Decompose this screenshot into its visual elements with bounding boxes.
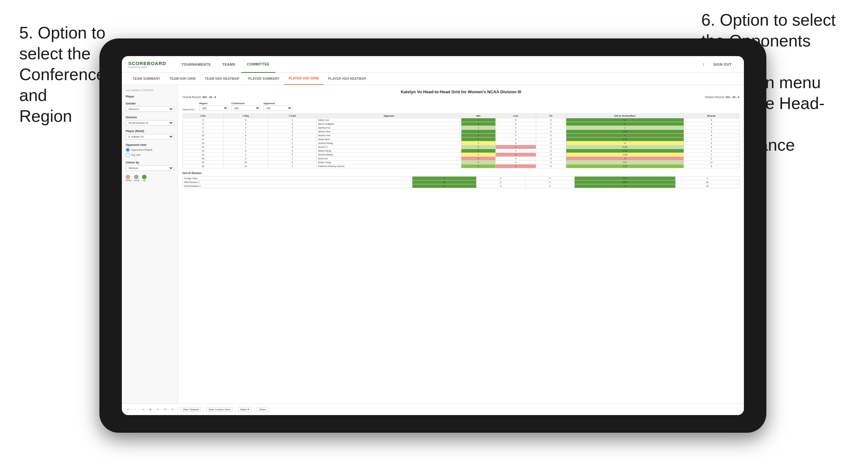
- cell-diff: 0.38: [566, 145, 684, 149]
- cell-win: 2: [461, 164, 496, 168]
- sub-nav-player-summary[interactable]: PLAYER SUMMARY: [244, 73, 284, 85]
- colour-by-select[interactable]: Win/loss: [126, 165, 174, 171]
- sidebar-colour-by-section: Colour by Win/loss: [126, 161, 174, 171]
- toolbar-redo[interactable]: ↪: [141, 407, 146, 411]
- table-row: 9 1 4 Sharon Mun 1 0 0 3.67 3: [183, 130, 739, 134]
- cell-opponent: Eunice Yi: [317, 145, 461, 149]
- sign-out-button[interactable]: Sign out: [708, 56, 738, 73]
- opponent-view-played[interactable]: Opponents Played: [126, 148, 174, 152]
- cell-div: 19: [183, 161, 223, 164]
- toolbar-refresh[interactable]: ⟳: [163, 407, 168, 411]
- toolbar-divider-4: [254, 407, 254, 412]
- sub-nav-player-h2h-heatmap[interactable]: PLAYER H2H HEATMAP: [323, 73, 371, 85]
- cell-opponent: NCAA Division 2: [183, 184, 412, 188]
- table-row: 5 2 2 Alexis Sudjianto 1 0 0 4 3: [183, 122, 739, 126]
- opponent-filter-group: Opponent (All): [264, 102, 292, 111]
- annotation-left-text: 5. Option to: [19, 23, 105, 42]
- cell-tie: 0: [536, 130, 566, 134]
- sub-nav-team-summary[interactable]: TEAM SUMMARY: [128, 73, 165, 85]
- toolbar-undo[interactable]: ↩: [126, 407, 130, 411]
- opponent-view-top100-radio[interactable]: [126, 153, 130, 157]
- cell-win: 1: [461, 137, 496, 142]
- cell-opponent: Emily Chang: [317, 161, 461, 164]
- nav-teams[interactable]: TEAMS: [216, 56, 241, 73]
- view-original-button[interactable]: View: Original: [181, 407, 201, 412]
- save-custom-view-button[interactable]: Save Custom View: [206, 407, 232, 412]
- cell-diff: 9.267: [574, 181, 675, 184]
- cell-diff: 1.33: [566, 164, 684, 168]
- cell-win: 1: [461, 142, 496, 145]
- cell-tie: 0: [536, 118, 566, 122]
- cell-div: 5: [183, 122, 223, 126]
- cell-win: 15: [412, 181, 476, 184]
- cell-rounds: 4: [684, 149, 739, 153]
- division-record: Division Record: 331 - 34 - 6: [705, 95, 739, 99]
- table-row: 11 2 5 Heejo Hyun 1 0 0 3.33 3: [183, 137, 739, 142]
- cell-loss: 2: [496, 145, 536, 149]
- sidebar-gender-label: Gender: [126, 102, 174, 105]
- record-row: Overall Record: 353 - 34 - 6 Division Re…: [182, 95, 739, 99]
- cell-diff: 4.5: [574, 177, 675, 181]
- cell-rounds: 2: [675, 177, 739, 181]
- cell-win: 1: [461, 122, 496, 126]
- bottom-toolbar: ↩ ← ↪ ⊕ ✂ ⟳ ⊙ View: Original Save Custom…: [122, 404, 744, 415]
- table-row: 16 3 5 Jessica Mason 1 2 0 -0.94 7: [183, 153, 739, 157]
- cell-reg: 10: [223, 161, 268, 164]
- cell-win: 1: [412, 177, 476, 181]
- cell-conf: 1: [268, 118, 317, 122]
- conference-filter-select[interactable]: (All): [231, 105, 260, 111]
- col-header-reg: # Reg: [223, 114, 268, 118]
- opponent-view-played-radio[interactable]: [126, 148, 130, 152]
- cell-tie: 0: [536, 164, 566, 168]
- cell-tie: 0: [536, 161, 566, 164]
- table-row: 3 3 1 Esther Lee 1 0 0 1.5 4: [183, 118, 739, 122]
- division-select[interactable]: NCAA Division III: [126, 120, 174, 126]
- overall-record: Overall Record: 353 - 34 - 6: [182, 95, 216, 99]
- cell-loss: 2: [496, 153, 536, 157]
- opponent-view-top100[interactable]: Top 100: [126, 153, 174, 157]
- cell-opponent: Jessica Huang: [317, 142, 461, 145]
- nav-tournaments[interactable]: TOURNAMENTS: [176, 56, 216, 73]
- cell-tie: 0: [536, 149, 566, 153]
- cell-diff: 3.67: [566, 130, 684, 134]
- toolbar-back[interactable]: ←: [133, 407, 138, 411]
- cell-opponent: Sharon Mun: [317, 130, 461, 134]
- table-row: 19 10 6 Emily Chang 4 0 0 0.3 11: [183, 161, 739, 164]
- region-filter-select[interactable]: (All): [199, 105, 228, 111]
- cell-div: 10: [183, 134, 223, 137]
- cell-loss: 0: [496, 157, 536, 161]
- cell-div: 3: [183, 118, 223, 122]
- sidebar-gender-section: Gender Women's: [126, 102, 174, 112]
- toolbar-add[interactable]: ⊕: [148, 407, 153, 411]
- opponent-filter-label: Opponent: [264, 102, 292, 105]
- player-rank-select[interactable]: 8. Katelyn Vo: [126, 134, 174, 139]
- sub-nav-team-h2h-heatmap[interactable]: TEAM H2H HEATMAP: [200, 73, 244, 85]
- cell-win: 5: [412, 184, 476, 188]
- col-header-opponent: Opponent: [317, 114, 461, 118]
- cell-win: 1: [461, 149, 496, 153]
- cell-loss: 0: [476, 181, 525, 184]
- nav-committee[interactable]: COMMITTEE: [241, 56, 275, 73]
- col-header-tie: Tie: [536, 114, 566, 118]
- cell-reg: 2: [223, 137, 268, 142]
- cell-opponent: Stella Cheng: [317, 149, 461, 153]
- cell-loss: 1: [496, 164, 536, 168]
- sub-nav-player-h2h-grid[interactable]: PLAYER H2H GRID: [284, 73, 323, 85]
- ood-table-row: Foreign Team 1 0 0 4.5 2: [183, 177, 739, 181]
- toolbar-cut[interactable]: ✂: [156, 407, 160, 411]
- cell-loss: 0: [496, 126, 536, 130]
- cell-rounds: 3: [684, 126, 739, 130]
- cell-opponent: Sydney Kuo: [317, 126, 461, 130]
- watch-button[interactable]: Watch ▾: [238, 407, 252, 412]
- sidebar-opponent-view-label: Opponent view: [126, 143, 174, 147]
- sub-nav-team-h2h-grid[interactable]: TEAM H2H GRID: [165, 73, 200, 85]
- cell-rounds: 3: [684, 130, 739, 134]
- cell-diff: 1.5: [566, 118, 684, 122]
- cell-diff: -1: [566, 126, 684, 130]
- cell-win: 2: [461, 134, 496, 137]
- opponent-filter-select[interactable]: (All): [264, 105, 292, 111]
- gender-select[interactable]: Women's: [126, 106, 174, 112]
- share-button[interactable]: Share: [257, 407, 268, 412]
- cell-div: 6: [183, 126, 223, 130]
- toolbar-target[interactable]: ⊙: [170, 407, 175, 411]
